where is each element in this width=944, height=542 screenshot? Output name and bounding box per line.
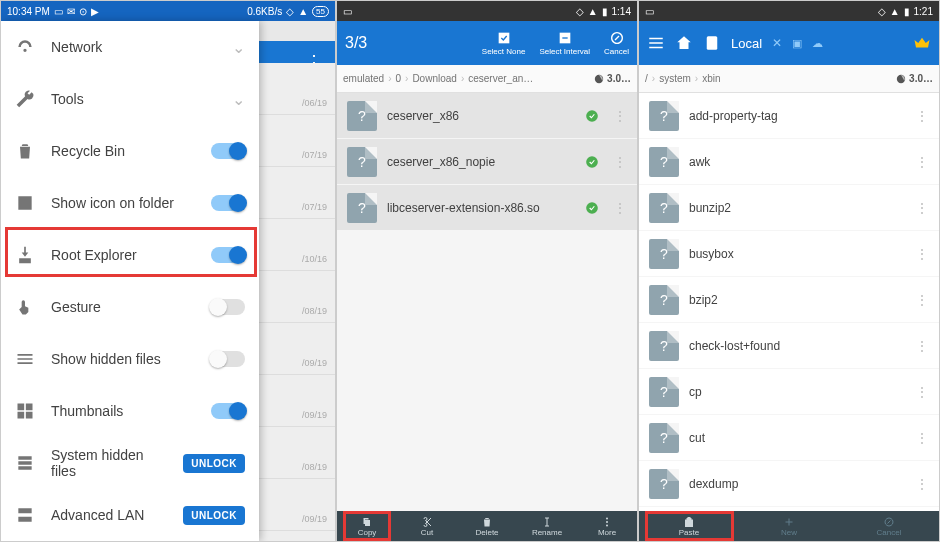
action-cut[interactable]: Cut (397, 511, 457, 541)
file-icon: ? (649, 469, 679, 499)
file-name: bzip2 (689, 293, 901, 307)
unlock-button[interactable]: UNLOCK (183, 454, 245, 473)
background-row: /07/19 (257, 167, 335, 219)
drawer-item-label: Advanced LAN (51, 507, 167, 523)
cloud-icon[interactable]: ☁ (812, 37, 823, 50)
toggle-switch[interactable] (211, 403, 245, 419)
action-paste[interactable]: Paste (639, 511, 739, 541)
file-row[interactable]: ?libceserver-extension-x86.so⋮ (337, 185, 637, 231)
breadcrumb[interactable]: /›system›xbin3.0… (639, 65, 939, 93)
toggle-switch[interactable] (211, 143, 245, 159)
file-row[interactable]: ?busybox⋮ (639, 231, 939, 277)
background-row: /09/19 (257, 531, 335, 542)
wifi-icon: ◇ (286, 6, 294, 17)
file-name: cp (689, 385, 901, 399)
drawer-item-tools[interactable]: Tools⌄ (1, 73, 259, 125)
action-more[interactable]: More (577, 511, 637, 541)
drawer-item-label: Thumbnails (51, 403, 195, 419)
file-icon: ? (347, 147, 377, 177)
breadcrumb-segment[interactable]: emulated (343, 73, 384, 84)
file-more-icon[interactable]: ⋮ (915, 246, 929, 262)
action-rename[interactable]: Rename (517, 511, 577, 541)
file-row[interactable]: ?cp⋮ (639, 369, 939, 415)
toggle-switch[interactable] (211, 247, 245, 263)
drawer-item-show-icon-on-folder[interactable]: Show icon on folder (1, 177, 259, 229)
action-delete[interactable]: Delete (457, 511, 517, 541)
location-label[interactable]: Local (731, 36, 762, 51)
chevron-down-icon: ⌄ (232, 38, 245, 57)
file-more-icon[interactable]: ⋮ (915, 476, 929, 492)
file-more-icon[interactable]: ⋮ (915, 108, 929, 124)
svg-point-5 (586, 110, 598, 122)
drawer-item-recycle-bin[interactable]: Recycle Bin (1, 125, 259, 177)
header-action-cancel[interactable]: Cancel (604, 30, 629, 56)
crown-icon[interactable] (913, 34, 931, 52)
notif-icon: ⊙ (79, 6, 87, 17)
file-more-icon[interactable]: ⋮ (915, 338, 929, 354)
wrench-icon (15, 89, 35, 109)
file-icon: ? (649, 101, 679, 131)
breadcrumb-segment[interactable]: / (645, 73, 648, 84)
drawer-item-label: Root Explorer (51, 247, 195, 263)
notif-icon: ▭ (645, 6, 654, 17)
file-row[interactable]: ?ceserver_x86_nopie⋮ (337, 139, 637, 185)
unlock-button[interactable]: UNLOCK (183, 506, 245, 525)
drawer-item-root-explorer[interactable]: Root Explorer (1, 229, 259, 281)
file-more-icon[interactable]: ⋮ (915, 430, 929, 446)
status-time: 1:21 (914, 6, 933, 17)
header-action-select-none[interactable]: Select None (482, 30, 526, 56)
status-bar: ▭ ◇ ▲ ▮ 1:14 (337, 1, 637, 21)
wifi-icon: ◇ (576, 6, 584, 17)
toggle-switch[interactable] (211, 351, 245, 367)
file-row[interactable]: ?add-property-tag⋮ (639, 93, 939, 139)
menu-icon[interactable] (647, 34, 665, 52)
file-row[interactable]: ?check-lost+found⋮ (639, 323, 939, 369)
file-more-icon[interactable]: ⋮ (915, 154, 929, 170)
breadcrumb-segment[interactable]: Download (412, 73, 456, 84)
breadcrumb-segment[interactable]: system (659, 73, 691, 84)
window-icon[interactable]: ▣ (792, 37, 802, 50)
drawer-item-system-hidden[interactable]: System hiddenfilesUNLOCK (1, 437, 259, 489)
wifi-icon: ◇ (878, 6, 886, 17)
file-row[interactable]: ?bunzip2⋮ (639, 185, 939, 231)
notif-icon: ✉ (67, 6, 75, 17)
selected-check-icon (585, 109, 599, 123)
drawer-item-show-hidden-files[interactable]: Show hidden files (1, 333, 259, 385)
drawer-item-thumbnails[interactable]: Thumbnails (1, 385, 259, 437)
file-row[interactable]: ?cut⋮ (639, 415, 939, 461)
file-more-icon[interactable]: ⋮ (915, 292, 929, 308)
action-copy[interactable]: Copy (337, 511, 397, 541)
breadcrumb-segment[interactable]: ceserver_an… (468, 73, 533, 84)
file-row[interactable]: ?awk⋮ (639, 139, 939, 185)
file-more-icon[interactable]: ⋮ (613, 154, 627, 170)
file-more-icon[interactable]: ⋮ (613, 108, 627, 124)
file-more-icon[interactable]: ⋮ (613, 200, 627, 216)
toggle-switch[interactable] (211, 299, 245, 315)
breadcrumb-segment[interactable]: 0 (395, 73, 401, 84)
file-icon: ? (347, 193, 377, 223)
toggle-switch[interactable] (211, 195, 245, 211)
file-row[interactable]: ?bzip2⋮ (639, 277, 939, 323)
file-name: ceserver_x86 (387, 109, 575, 123)
drawer-item-network[interactable]: Network⌄ (1, 21, 259, 73)
drawer-item-advanced-lan[interactable]: Advanced LANUNLOCK (1, 489, 259, 541)
file-row[interactable]: ?ceserver_x86⋮ (337, 93, 637, 139)
header-action-select-interval[interactable]: Select Interval (539, 30, 590, 56)
breadcrumb-segment[interactable]: xbin (702, 73, 720, 84)
battery-icon: ▮ (904, 6, 910, 17)
file-row[interactable]: ?dexdump⋮ (639, 461, 939, 507)
file-icon: ? (649, 147, 679, 177)
file-more-icon[interactable]: ⋮ (915, 384, 929, 400)
file-name: ceserver_x86_nopie (387, 155, 575, 169)
drawer-item-gesture[interactable]: Gesture (1, 281, 259, 333)
file-name: add-property-tag (689, 109, 901, 123)
file-icon: ? (649, 423, 679, 453)
home-icon[interactable] (675, 34, 693, 52)
file-more-icon[interactable]: ⋮ (915, 200, 929, 216)
drawer-item-sublabel: files (51, 463, 167, 479)
status-time: 10:34 PM (7, 6, 50, 17)
close-icon[interactable]: ✕ (772, 36, 782, 50)
image-icon (15, 193, 35, 213)
drawer-item-label: Recycle Bin (51, 143, 195, 159)
breadcrumb[interactable]: emulated›0›Download›ceserver_an…3.0… (337, 65, 637, 93)
